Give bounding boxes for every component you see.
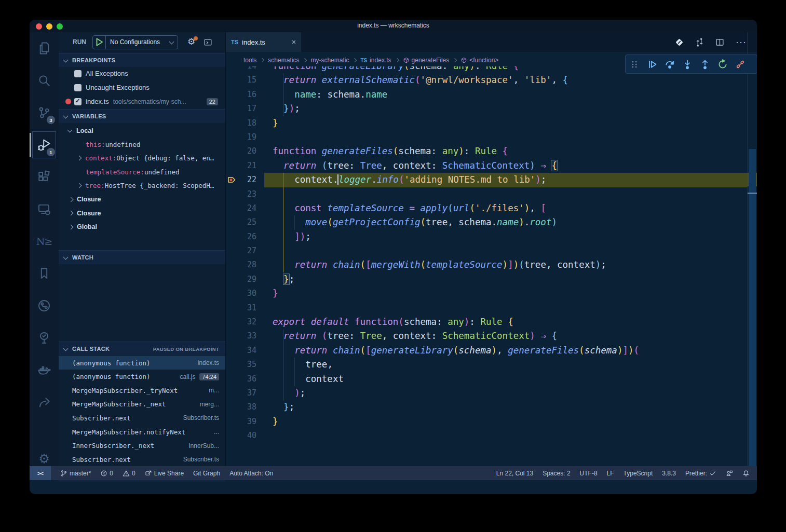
configure-gear-icon[interactable]: ⚙ xyxy=(187,37,195,47)
status-item-git-graph[interactable]: Git Graph xyxy=(193,470,220,477)
code-line-text: function generateFiles(schema: any): Rul… xyxy=(273,144,508,158)
call-stack-section-header[interactable]: CALL STACK PAUSED ON BREAKPOINT xyxy=(59,342,225,356)
step-over-icon[interactable] xyxy=(661,55,679,73)
call-stack-frame[interactable]: (anonymous function)index.ts xyxy=(59,356,225,370)
line-number: 22 xyxy=(226,173,256,187)
editor-scrollbar[interactable] xyxy=(747,32,757,480)
format-icon[interactable] xyxy=(675,38,684,47)
split-editor-icon[interactable] xyxy=(715,38,724,47)
activity-bar-item-extensions[interactable] xyxy=(30,161,59,193)
breadcrumb-item[interactable]: generateFiles xyxy=(412,57,450,64)
variables-section-header[interactable]: VARIABLES xyxy=(59,109,225,123)
call-stack-frame[interactable]: MergeMapSubscriber._tryNextm... xyxy=(59,384,225,397)
breakpoints-section-header[interactable]: BREAKPOINTS xyxy=(59,53,225,67)
launch-configuration-value: No Configurations xyxy=(106,38,165,46)
status-item-master[interactable]: master* xyxy=(60,470,91,477)
more-actions-icon[interactable]: ··· xyxy=(736,37,747,48)
status-item-live-share[interactable]: Live Share xyxy=(145,470,184,477)
variable-value: Object {debug: false, en… xyxy=(116,154,214,162)
code-line: 25 move(getProjectConfig(tree, schema.na… xyxy=(226,215,748,229)
breakpoint-checkbox[interactable] xyxy=(74,70,82,77)
call-stack-frame[interactable]: MergeMapSubscriber._nextmerg... xyxy=(59,398,225,411)
activity-bar-item-nx-console[interactable]: N≥ xyxy=(30,225,59,257)
breakpoint-row[interactable]: All Exceptions xyxy=(59,66,225,80)
restart-icon[interactable] xyxy=(714,55,731,73)
tab-index-ts[interactable]: TS index.ts × xyxy=(226,32,301,52)
breadcrumb-item[interactable]: <function> xyxy=(469,57,498,64)
watch-section-header[interactable]: WATCH xyxy=(59,250,225,264)
close-tab-icon[interactable]: × xyxy=(292,38,296,46)
activity-bar-item-test-explorer[interactable] xyxy=(30,322,59,354)
bell-icon[interactable] xyxy=(742,470,750,477)
status-item-label: TypeScript xyxy=(624,470,653,477)
activity-bar-item-search[interactable] xyxy=(30,64,59,97)
drag-grip-icon xyxy=(626,55,643,73)
debug-console-icon[interactable] xyxy=(204,38,212,47)
activity-bar-item-live-share[interactable] xyxy=(30,386,59,418)
status-item-label: Ln 22, Col 13 xyxy=(496,470,533,477)
activity-bar-item-run-debug[interactable]: 1 xyxy=(30,129,59,161)
code-line-text: context.logger.info('adding NOTES.md to … xyxy=(273,173,546,187)
line-number: 26 xyxy=(226,230,256,244)
status-item-3-8-3[interactable]: 3.8.3 xyxy=(662,470,676,477)
breadcrumb-item[interactable]: schematics xyxy=(268,57,299,64)
variable-name: this: xyxy=(86,141,105,148)
variables-scope-global[interactable]: Global xyxy=(59,220,225,234)
extensions-icon xyxy=(37,170,51,184)
line-number: 23 xyxy=(226,187,256,201)
activity-bar-item-bookmarks[interactable] xyxy=(30,257,59,290)
symbol-icon xyxy=(403,57,410,64)
variable-row[interactable]: templateSource: undefined xyxy=(59,165,225,179)
variables-scope-local[interactable]: Local xyxy=(59,124,225,138)
breakpoint-checkbox[interactable] xyxy=(74,84,82,91)
chevron-right-icon xyxy=(453,58,457,62)
variables-scope-closure[interactable]: Closure xyxy=(59,193,225,207)
code-line: 27 xyxy=(226,244,748,258)
activity-bar-item-source-control[interactable]: 3 xyxy=(30,97,59,129)
start-debugging-icon[interactable] xyxy=(93,36,106,49)
scrollbar-cursor-mark xyxy=(748,193,757,194)
breadcrumb-item[interactable]: my-schematic xyxy=(310,57,349,64)
activity-bar-item-git-graph[interactable] xyxy=(30,290,59,322)
open-changes-icon[interactable] xyxy=(695,38,704,47)
disconnect-icon[interactable] xyxy=(731,55,749,73)
activity-bar-item-explorer[interactable] xyxy=(30,32,59,64)
frame-file: InnerSub... xyxy=(188,442,225,449)
breakpoint-row[interactable]: Uncaught Exceptions xyxy=(59,80,225,94)
status-item-auto-attach-on[interactable]: Auto Attach: On xyxy=(229,470,273,477)
code-editor[interactable]: 14function generateLibrary(schema: any):… xyxy=(226,59,748,443)
status-item-0[interactable]: 0 xyxy=(123,470,135,477)
activity-badge: 3 xyxy=(47,116,55,124)
breadcrumb-item[interactable]: index.ts xyxy=(370,57,391,64)
scrollbar-thumb[interactable] xyxy=(749,149,756,478)
call-stack-frame[interactable]: Subscriber.nextSubscriber.ts xyxy=(59,411,225,425)
breakpoint-row[interactable]: index.tstools/schematics/my-sch...22 xyxy=(59,94,225,108)
status-item-utf-8[interactable]: UTF-8 xyxy=(580,470,598,477)
status-item-ln-22-col-13[interactable]: Ln 22, Col 13 xyxy=(496,470,533,477)
variable-row[interactable]: context: Object {debug: false, en… xyxy=(59,151,225,165)
continue-icon[interactable] xyxy=(643,55,661,73)
variable-row[interactable]: this: undefined xyxy=(59,138,225,152)
call-stack-frame[interactable]: InnerSubscriber._nextInnerSub... xyxy=(59,439,225,453)
breadcrumb-item[interactable]: tools xyxy=(243,57,256,64)
status-item-typescript[interactable]: TypeScript xyxy=(624,470,653,477)
launch-configuration-dropdown[interactable]: No Configurations xyxy=(92,35,178,49)
breakpoint-checkbox[interactable] xyxy=(74,98,82,105)
step-out-icon[interactable] xyxy=(696,55,714,73)
call-stack-frame[interactable]: MergeMapSubscriber.notifyNext... xyxy=(59,425,225,439)
call-stack-frame[interactable]: (anonymous function)call.js74:24 xyxy=(59,370,225,384)
feedback-icon[interactable] xyxy=(726,470,733,477)
activity-bar-item-docker[interactable] xyxy=(30,354,59,386)
status-item-0[interactable]: 0 xyxy=(100,470,113,477)
code-line-text: return chain([generateLibrary(schema), g… xyxy=(273,344,639,358)
activity-bar-item-remote-explorer[interactable] xyxy=(30,193,59,225)
status-item-lf[interactable]: LF xyxy=(607,470,614,477)
status-item-spaces-2[interactable]: Spaces: 2 xyxy=(543,470,570,477)
variables-scope-closure[interactable]: Closure xyxy=(59,206,225,220)
call-stack-frame[interactable]: Subscriber.nextSubscriber.ts xyxy=(59,453,225,466)
remote-indicator[interactable]: >< xyxy=(30,466,51,480)
status-item-prettier[interactable]: Prettier: xyxy=(685,470,716,477)
step-into-icon[interactable] xyxy=(679,55,696,73)
variable-row[interactable]: tree: HostTree {_backend: ScopedH… xyxy=(59,179,225,193)
code-line: 34 return chain([generateLibrary(schema)… xyxy=(226,344,748,358)
